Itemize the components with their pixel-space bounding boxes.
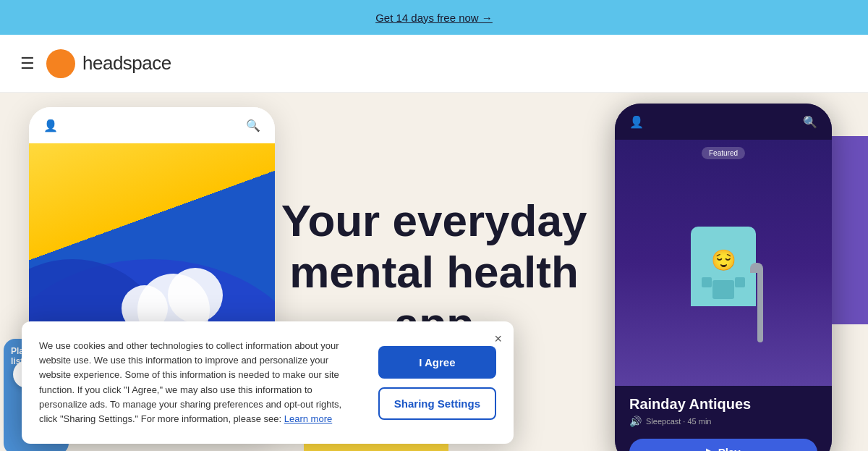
building-body-icon: 😌 bbox=[691, 227, 756, 306]
play-button[interactable]: ▶ Play bbox=[629, 439, 817, 451]
svg-point-3 bbox=[168, 268, 223, 323]
heading-line1: Your everyday bbox=[281, 195, 587, 245]
left-phone-body bbox=[29, 143, 275, 346]
cookie-text-column: We use cookies and other technologies to… bbox=[39, 339, 361, 426]
building-face-icon: 😌 bbox=[711, 248, 736, 272]
navbar: ☰ headspace bbox=[0, 35, 868, 93]
cookie-banner: We use cookies and other technologies to… bbox=[22, 321, 514, 444]
left-phone-search-icon: 🔍 bbox=[246, 119, 260, 132]
cookie-close-button[interactable]: × bbox=[494, 332, 502, 347]
right-phone-user-icon: 👤 bbox=[629, 115, 644, 129]
cookie-body-text: We use cookies and other technologies to… bbox=[39, 339, 361, 426]
hero-section: 👤 🔍 Recent Featured × Playlist Your ever… bbox=[0, 93, 868, 451]
lamp-head-icon bbox=[750, 263, 763, 273]
right-phone-screen: Featured 😌 bbox=[615, 140, 832, 386]
lamp-post-icon bbox=[757, 270, 763, 342]
right-phone-search-icon: 🔍 bbox=[803, 115, 817, 129]
building-illustration: 😌 bbox=[680, 227, 767, 342]
agree-button[interactable]: I Agree bbox=[378, 346, 496, 379]
cookie-learn-more-link[interactable]: Learn more bbox=[284, 413, 332, 424]
cookie-buttons-column: I Agree Sharing Settings bbox=[378, 339, 496, 426]
left-phone-user-icon: 👤 bbox=[43, 119, 58, 132]
right-phone-mockup: 👤 🔍 Featured 😌 Rainday Antiques bbox=[615, 104, 832, 451]
logo-container[interactable]: headspace bbox=[46, 49, 171, 78]
logo-circle-icon bbox=[46, 49, 75, 78]
track-title: Rainday Antiques bbox=[629, 396, 817, 413]
left-phone-header: 👤 🔍 bbox=[29, 107, 275, 143]
heading-line2: mental health bbox=[289, 247, 579, 297]
right-phone-bottom: Rainday Antiques 🔊 Sleepcast · 45 min ▶ … bbox=[615, 386, 832, 451]
free-trial-link[interactable]: Get 14 days free now → bbox=[375, 12, 493, 24]
top-banner: Get 14 days free now → bbox=[0, 0, 868, 35]
hamburger-icon[interactable]: ☰ bbox=[20, 56, 35, 72]
featured-badge: Featured bbox=[702, 147, 745, 159]
logo-text: headspace bbox=[82, 52, 171, 75]
track-meta: 🔊 Sleepcast · 45 min bbox=[629, 416, 817, 427]
right-phone-header: 👤 🔍 bbox=[615, 104, 832, 140]
sharing-settings-button[interactable]: Sharing Settings bbox=[378, 387, 496, 420]
